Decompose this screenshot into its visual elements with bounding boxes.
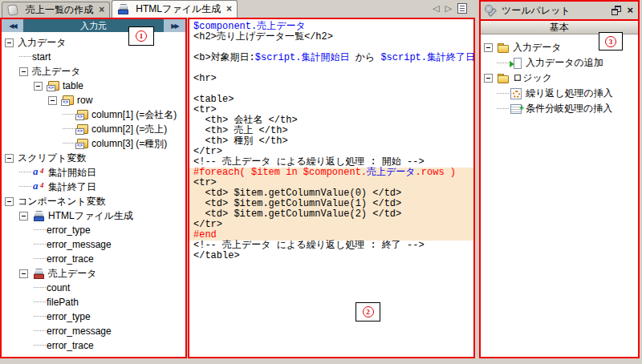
- tree-item-label: 集計終了日: [48, 180, 96, 194]
- tree-item[interactable]: コンポーネント変数: [2, 194, 185, 208]
- tree-item[interactable]: column[3] (=種別): [2, 136, 185, 151]
- tree-indent: [2, 129, 63, 130]
- collapse-expander-icon[interactable]: [5, 154, 14, 163]
- xml-node-icon: [75, 138, 88, 149]
- tree-item[interactable]: 条件分岐処理の挿入: [481, 101, 638, 116]
- tab-sales-list-script[interactable]: 売上一覧の作成 ×: [2, 2, 110, 18]
- collapse-expander-icon[interactable]: [19, 67, 28, 76]
- collapse-right-button[interactable]: ▶▶: [164, 19, 185, 32]
- tree-item[interactable]: row: [2, 93, 185, 107]
- tree-indent: [2, 288, 34, 289]
- code-segment: <h2>売り上げデータ一覧</h2>: [193, 31, 333, 42]
- tree-item[interactable]: column[1] (=会社名): [2, 107, 185, 122]
- tree-item[interactable]: error_type: [2, 309, 185, 324]
- xml-node-icon: [47, 80, 59, 91]
- tree-item[interactable]: count: [2, 281, 185, 295]
- tree-item-label: error_message: [47, 326, 112, 337]
- tree-indent: [2, 346, 34, 346]
- tree-item-label: error_message: [47, 239, 112, 250]
- collapse-expander-icon[interactable]: [5, 38, 14, 47]
- tree-connector-line: [34, 258, 46, 260]
- restore-window-icon[interactable]: [611, 6, 622, 15]
- tree-connector-line: [19, 172, 31, 173]
- tree-item[interactable]: 集計開始日: [2, 165, 185, 180]
- tree-connector-line: [34, 330, 46, 332]
- tree-item-label: 売上データ: [32, 65, 81, 79]
- tree-item[interactable]: ロジック: [481, 71, 638, 86]
- code-line[interactable]: <td> $item.getColumnValue(2) </td>: [189, 209, 473, 220]
- tree-item[interactable]: 売上データ: [2, 266, 185, 281]
- tree-item[interactable]: column[2] (=売上): [2, 122, 185, 136]
- tree-item[interactable]: error_message: [2, 237, 185, 252]
- tree-item[interactable]: 繰り返し処理の挿入: [481, 86, 638, 101]
- tree-item-label: スクリプト変数: [18, 152, 86, 165]
- code-segment: <tr>: [193, 177, 217, 188]
- tree-item[interactable]: error_trace: [2, 252, 185, 266]
- tree-connector-line: [34, 244, 46, 245]
- collapse-expander-icon[interactable]: [484, 74, 493, 83]
- input-source-panel: ◀◀ 入力元 ▶▶ 入力データstart売上データtablerowcolumn[…: [0, 18, 187, 358]
- annotation-1: 1: [128, 26, 154, 46]
- collapse-expander-icon[interactable]: [34, 82, 43, 91]
- tree-item[interactable]: error_type: [2, 223, 185, 237]
- code-line[interactable]: </table>: [189, 251, 473, 261]
- code-line[interactable]: <th> 種別 </th>: [189, 136, 473, 147]
- tree-item[interactable]: 集計終了日: [2, 180, 185, 194]
- code-segment: <td> $item.getColumnValue(1) </td>: [193, 198, 401, 209]
- tree-connector-line: [497, 63, 509, 64]
- tree-item-label: error_type: [47, 224, 91, 236]
- tree-item-label: 集計開始日: [48, 166, 96, 180]
- input-source-title: 入力元: [80, 20, 107, 32]
- tree-connector-line: [19, 186, 31, 188]
- collapse-expander-icon[interactable]: [19, 212, 28, 220]
- code-line[interactable]: <hr>: [189, 74, 473, 84]
- close-palette-icon[interactable]: ×: [627, 6, 633, 15]
- tab-label: 売上一覧の作成: [26, 3, 93, 17]
- tree-item[interactable]: スクリプト変数: [2, 151, 185, 165]
- template-code: $component.売上データ<h2>売り上げデータ一覧</h2> <b>対象…: [189, 19, 473, 261]
- code-line[interactable]: <h2>売り上げデータ一覧</h2>: [189, 32, 473, 42]
- close-tab-icon[interactable]: ×: [226, 5, 232, 13]
- tree-item[interactable]: error_trace: [2, 338, 185, 353]
- template-editor-panel[interactable]: $component.売上データ<h2>売り上げデータ一覧</h2> <b>対象…: [188, 18, 475, 358]
- tree-item[interactable]: filePath: [2, 295, 185, 309]
- tree-item[interactable]: HTMLファイル生成: [2, 208, 185, 223]
- code-line[interactable]: [189, 63, 473, 74]
- code-line[interactable]: <table>: [189, 95, 473, 105]
- tree-item[interactable]: table: [2, 79, 185, 93]
- tree-item[interactable]: error_message: [2, 324, 185, 338]
- collapse-expander-icon[interactable]: [484, 43, 493, 52]
- code-segment: から: [349, 52, 380, 63]
- tool-palette-title: ツールパレット: [502, 4, 571, 18]
- scroll-tabs-right-icon[interactable]: ▷: [445, 3, 452, 14]
- tree-item[interactable]: 売上データ: [2, 64, 185, 79]
- tree-item-label: start: [32, 51, 51, 63]
- close-tab-icon[interactable]: ×: [99, 6, 104, 14]
- code-line[interactable]: #foreach( $item in $component.売上データ.rows…: [189, 168, 473, 178]
- comp-red-icon: [32, 268, 45, 279]
- tree-item[interactable]: 入力データ: [2, 35, 185, 50]
- code-line[interactable]: <b>対象期日:$script.集計開始日 から $script.集計終了日 <…: [189, 53, 473, 63]
- collapse-left-button[interactable]: ◀◀: [2, 19, 23, 32]
- collapse-expander-icon[interactable]: [19, 269, 28, 278]
- tree-indent: [2, 86, 34, 87]
- palette-section-label: 基本: [550, 21, 569, 34]
- collapse-expander-icon[interactable]: [5, 197, 14, 206]
- tree-item[interactable]: 入力データの追加: [481, 55, 638, 71]
- code-segment: .rows ): [416, 167, 456, 178]
- collapse-expander-icon[interactable]: [48, 96, 57, 105]
- tree-indent: [2, 273, 19, 274]
- scroll-tabs-left-icon[interactable]: ◁: [433, 3, 439, 14]
- tree-item-label: HTMLファイル生成: [48, 209, 133, 223]
- tree-item[interactable]: start: [2, 50, 185, 64]
- tree-connector-line: [497, 108, 509, 110]
- tree-indent: [2, 144, 63, 144]
- tree-connector-line: [34, 345, 46, 346]
- tree-indent: [2, 216, 19, 216]
- code-segment: <td> $item.getColumnValue(2) </td>: [193, 208, 401, 220]
- code-segment: #end: [193, 229, 217, 241]
- code-line[interactable]: </tr>: [189, 220, 473, 230]
- tab-list-icon[interactable]: [457, 3, 467, 14]
- tab-html-file-generation[interactable]: HTMLファイル生成 ×: [112, 0, 238, 18]
- annotation-2: 2: [356, 302, 380, 322]
